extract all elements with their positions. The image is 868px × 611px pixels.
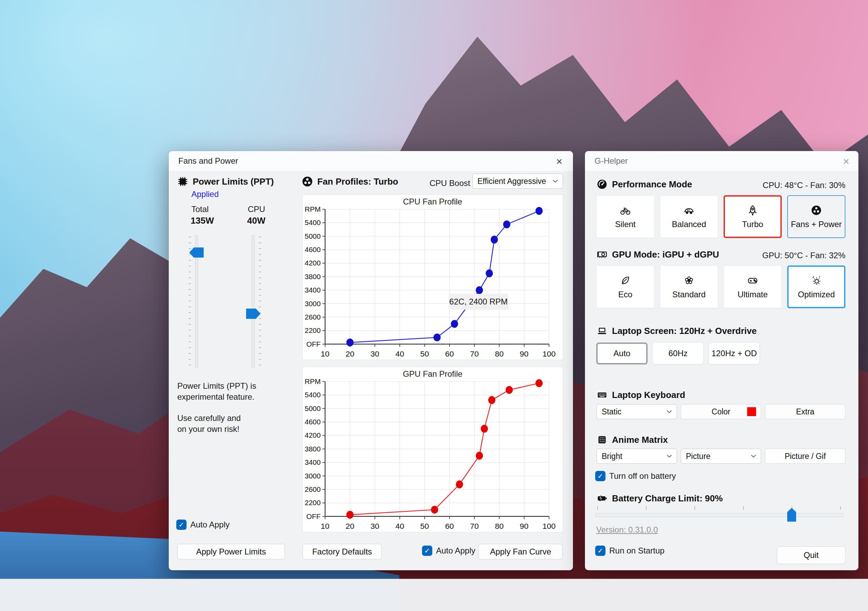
g-helper-titlebar[interactable]: G-Helper × (585, 151, 859, 171)
keyboard-color-button[interactable]: Color (681, 404, 761, 419)
car-icon (683, 204, 695, 216)
gpu-mode-header: GPU Mode: iGPU + dGPU (596, 249, 719, 260)
svg-text:60: 60 (445, 349, 454, 358)
cpu-fan-chart[interactable]: CPU Fan ProfileOFF2200260030003400380042… (302, 195, 563, 360)
svg-text:5000: 5000 (305, 404, 321, 412)
power-auto-apply-checkbox[interactable]: ✓ (176, 519, 186, 530)
svg-text:2200: 2200 (305, 326, 321, 334)
gpu-tile-standard[interactable]: Standard (660, 266, 718, 308)
anime-picture-control: Picture / Gif (765, 449, 845, 464)
svg-text:90: 90 (520, 522, 529, 530)
version-link[interactable]: Version: 0.31.0.0 (596, 525, 658, 535)
flower-icon (683, 275, 695, 286)
close-icon[interactable]: × (838, 154, 854, 168)
turn-off-on-battery-checkbox[interactable]: ✓ (595, 471, 606, 481)
power-note-line2: experimental feature. (177, 392, 254, 402)
apply-fan-curve-button[interactable]: Apply Fan Curve (479, 544, 563, 559)
power-limits-applied-status: Applied (191, 190, 219, 199)
quit-button[interactable]: Quit (777, 546, 845, 564)
screen-button-auto[interactable]: Auto (596, 342, 648, 364)
svg-text:50: 50 (420, 522, 429, 530)
close-icon[interactable]: × (552, 154, 567, 168)
svg-text:2600: 2600 (305, 313, 321, 321)
fan-power-icon (811, 204, 822, 216)
cpu-value: 40W (247, 215, 265, 226)
turn-off-on-battery-label: Turn off on battery (609, 471, 676, 481)
chevron-down-icon (552, 179, 558, 184)
keyboard-extra-control: Extra (765, 404, 845, 419)
battery-slider-handle[interactable] (787, 508, 796, 522)
apply-power-limits-button[interactable]: Apply Power Limits (177, 544, 285, 559)
cpu-temp-fan-status: CPU: 48°C - Fan: 30% (763, 180, 845, 190)
keyboard-mode-dropdown[interactable]: Static (597, 404, 677, 419)
fans-auto-apply-checkbox[interactable]: ✓ (422, 546, 432, 556)
anime-picture-gif-button[interactable]: Picture / Gif (765, 449, 845, 464)
cpu-boost-dropdown[interactable]: Efficient Aggressive (472, 174, 563, 189)
cpu-power-slider[interactable] (245, 235, 261, 368)
gpu-fan-chart[interactable]: GPU Fan ProfileOFF2200260030003400380042… (302, 367, 563, 532)
color-swatch[interactable] (747, 407, 756, 416)
cpu-label: CPU (248, 204, 265, 214)
fans-window-title: Fans and Power (178, 156, 238, 166)
cpu-boost-label: CPU Boost (429, 179, 470, 188)
screen-button-60hz[interactable]: 60Hz (653, 342, 704, 364)
cpu-slider-handle[interactable] (246, 309, 260, 319)
run-on-startup-row: ✓ Run on Startup (595, 546, 664, 556)
battery-charge-limit-header: Battery Charge Limit: 90% (596, 493, 723, 504)
svg-text:100: 100 (542, 349, 555, 358)
performance-mode-header: Performance Mode (596, 179, 692, 190)
gpu-fan-chart-panel: GPU Fan ProfileOFF2200260030003400380042… (302, 367, 563, 532)
power-note-line4: on your own risk! (177, 424, 239, 434)
power-auto-apply-label: Auto Apply (190, 520, 229, 530)
battery-slider-track[interactable] (595, 513, 844, 517)
laptop-keyboard-header: Laptop Keyboard (596, 389, 685, 401)
battery-slider-tick (840, 506, 841, 510)
svg-text:30: 30 (370, 522, 379, 530)
perf-tile-silent[interactable]: Silent (596, 195, 654, 238)
svg-text:40: 40 (395, 349, 404, 358)
power-note-line3: Use carefully and (177, 414, 240, 423)
svg-text:80: 80 (495, 522, 504, 530)
anime-matrix-header: Anime Matrix (596, 434, 668, 446)
svg-text:10: 10 (321, 349, 330, 358)
fans-window-titlebar[interactable]: Fans and Power × (169, 151, 573, 171)
gpu-tile-optimized[interactable]: Optimized (787, 266, 845, 308)
chevron-down-icon (666, 454, 672, 459)
taskbar: G G ENG 6:45 PM 3/18/2023 (0, 579, 868, 611)
svg-text:3800: 3800 (305, 445, 321, 453)
gpu-tile-ultimate[interactable]: Ultimate (724, 266, 782, 308)
svg-text:40: 40 (395, 522, 404, 530)
svg-text:CPU Fan Profile: CPU Fan Profile (403, 197, 462, 206)
fan-icon (302, 176, 313, 187)
keyboard-color-control: Color (681, 404, 761, 419)
gpu-temp-fan-status: GPU: 50°C - Fan: 32% (762, 251, 845, 260)
svg-text:10: 10 (321, 522, 330, 530)
battery-slider-tick (646, 506, 646, 510)
bicycle-icon (620, 204, 631, 216)
svg-text:3800: 3800 (305, 273, 321, 280)
anime-mode-dropdown[interactable]: Picture (681, 449, 761, 464)
cpu-chip-icon (177, 176, 189, 187)
total-power-slider[interactable] (189, 235, 205, 368)
keyboard-extra-button[interactable]: Extra (765, 404, 845, 419)
gpu-tile-eco[interactable]: Eco (596, 266, 654, 308)
fans-and-power-window: Fans and Power × Power Limits (PPT) Appl… (169, 151, 573, 570)
run-on-startup-checkbox[interactable]: ✓ (595, 546, 606, 556)
svg-text:100: 100 (542, 522, 555, 530)
fans-auto-apply-row: ✓ Auto Apply (422, 546, 476, 556)
total-slider-handle[interactable] (189, 247, 204, 258)
anime-brightness-dropdown[interactable]: Bright (597, 449, 677, 464)
gpu-card-icon (596, 249, 608, 260)
gear-sparks-icon (811, 275, 822, 286)
svg-text:5400: 5400 (305, 391, 321, 399)
factory-defaults-button[interactable]: Factory Defaults (302, 544, 381, 559)
perf-tile-balanced[interactable]: Balanced (660, 195, 718, 238)
slider-track[interactable] (251, 235, 255, 368)
perf-tile-turbo[interactable]: Turbo (724, 195, 782, 238)
gamepad-icon (747, 275, 758, 286)
svg-text:3400: 3400 (305, 286, 321, 294)
perf-tile-fans-power[interactable]: Fans + Power (787, 195, 845, 238)
chevron-down-icon (750, 454, 756, 459)
screen-button-120hz-od[interactable]: 120Hz + OD (708, 342, 760, 364)
svg-text:4600: 4600 (305, 246, 321, 253)
